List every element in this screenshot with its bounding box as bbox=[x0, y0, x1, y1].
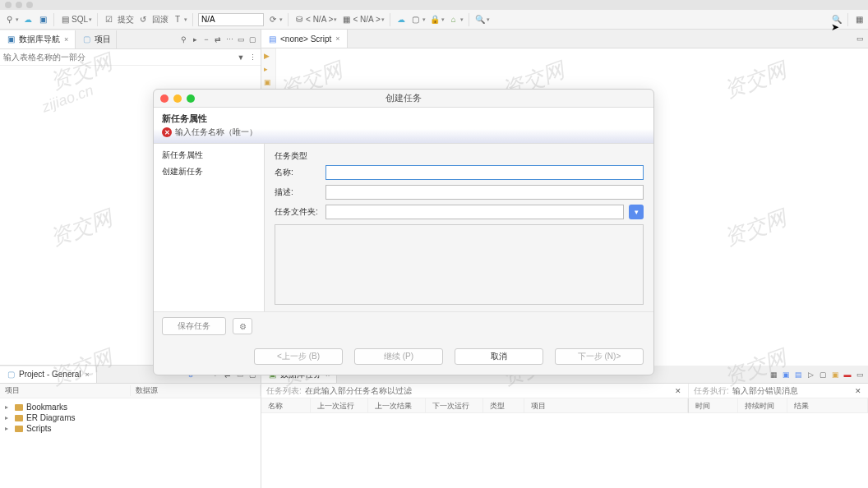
search-dropdown[interactable]: 🔍▾ bbox=[474, 14, 490, 25]
search-icon: 🔍 bbox=[474, 14, 486, 25]
filter-icon[interactable]: ▼ bbox=[236, 53, 246, 62]
separator bbox=[288, 13, 289, 26]
run-cursor-icon[interactable]: ▸ bbox=[264, 65, 274, 75]
details-area[interactable] bbox=[275, 224, 644, 305]
datasource-refresh-dropdown[interactable]: ⟳▾ bbox=[267, 14, 283, 25]
new-task-icon[interactable]: ▣ bbox=[830, 370, 840, 380]
folder-input[interactable] bbox=[326, 205, 624, 219]
refresh-icon[interactable]: ⋯ bbox=[224, 35, 234, 44]
col-time[interactable]: 时间 bbox=[689, 398, 738, 412]
clear-icon[interactable]: ✕ bbox=[853, 386, 863, 396]
view1-icon[interactable]: ▣ bbox=[781, 370, 791, 380]
close-icon[interactable]: × bbox=[62, 35, 70, 44]
col-type[interactable]: 类型 bbox=[483, 398, 524, 412]
dialog-body: 新任务属性 创建新任务 任务类型 名称: 描述: 任务文件夹: ▾ bbox=[154, 144, 653, 311]
display-dropdown[interactable]: ▢▾ bbox=[410, 14, 426, 25]
link-icon[interactable]: ⇄ bbox=[213, 35, 223, 44]
filter-settings-icon[interactable]: ⋮ bbox=[247, 53, 257, 62]
banner-title: 新任务属性 bbox=[162, 113, 645, 125]
home-dropdown[interactable]: ⌂▾ bbox=[448, 14, 464, 25]
tree-item-bookmarks[interactable]: ▸Bookmarks bbox=[5, 402, 256, 412]
col-last-result[interactable]: 上一次结果 bbox=[368, 398, 426, 412]
dialog-banner: 新任务属性 ✕ 输入任务名称（唯一） bbox=[154, 108, 653, 144]
filter-input[interactable] bbox=[3, 53, 236, 62]
cloud-icon[interactable]: ☁ bbox=[22, 14, 34, 25]
col-name[interactable]: 名称 bbox=[261, 398, 311, 412]
name-input[interactable] bbox=[326, 165, 644, 180]
browse-folder-button[interactable]: ▾ bbox=[629, 205, 644, 219]
filter-label: 任务列表: bbox=[266, 385, 302, 397]
dialog-max-dot[interactable] bbox=[187, 94, 195, 103]
mac-close-dot[interactable] bbox=[5, 2, 12, 8]
col-project[interactable]: 项目 bbox=[524, 398, 688, 412]
plug-icon: ⚲ bbox=[3, 14, 15, 25]
col-next-run[interactable]: 下一次运行 bbox=[426, 398, 483, 412]
editor-tab-script[interactable]: ▤ <none> Script × bbox=[261, 30, 348, 48]
datasource-input[interactable] bbox=[198, 13, 264, 26]
sql-dropdown[interactable]: ▤SQL▾ bbox=[59, 14, 92, 25]
catalog-dropdown[interactable]: ▦< N/A >▾ bbox=[340, 14, 384, 25]
view2-icon[interactable]: ▤ bbox=[793, 370, 803, 380]
connect-icon[interactable]: ⚲ bbox=[178, 35, 188, 44]
maximize-icon[interactable]: ▢ bbox=[247, 35, 257, 44]
folder-open-icon[interactable]: ▣ bbox=[37, 14, 48, 25]
task-columns: 名称 上一次运行 上一次结果 下一次运行 类型 项目 bbox=[261, 398, 689, 413]
global-search-icon[interactable]: 🔍 bbox=[831, 14, 843, 25]
task-exec-filter: 任务执行: ✕ bbox=[689, 384, 868, 398]
maximize-editor-icon[interactable]: ▭ bbox=[855, 34, 865, 44]
collapse-icon[interactable]: − bbox=[201, 35, 211, 44]
sidebar-item-create-new-task[interactable]: 创建新任务 bbox=[154, 163, 264, 180]
separator bbox=[97, 13, 98, 26]
tree-item-scripts[interactable]: ▸Scripts bbox=[5, 423, 256, 434]
cancel-button[interactable]: 取消 bbox=[455, 348, 543, 365]
minimize-icon[interactable]: ▭ bbox=[855, 370, 865, 380]
tree-item-er-diagrams[interactable]: ▸ER Diagrams bbox=[5, 412, 256, 423]
close-icon[interactable]: × bbox=[84, 371, 91, 379]
export-icon[interactable]: ▷ bbox=[806, 370, 815, 380]
lock-dropdown[interactable]: 🔒▾ bbox=[429, 14, 445, 25]
back-button[interactable]: <上一步 (B) bbox=[254, 348, 343, 365]
rollback-icon[interactable]: ↺ bbox=[137, 14, 149, 25]
bottom-area: ▢ Project - General × ⚙ − + ⇄ ▭ ▢ 项目 数据源… bbox=[0, 365, 868, 488]
run-icon[interactable]: ▶ bbox=[264, 52, 274, 62]
desc-input[interactable] bbox=[326, 185, 644, 200]
sidebar-item-new-task-props[interactable]: 新任务属性 bbox=[154, 147, 264, 163]
display-icon: ▢ bbox=[410, 14, 422, 25]
col-datasource[interactable]: 数据源 bbox=[131, 385, 261, 396]
dialog-close-dot[interactable] bbox=[160, 94, 169, 103]
new-folder-icon[interactable]: ▸ bbox=[190, 35, 200, 44]
tab-projects[interactable]: ▢ 项目 bbox=[76, 30, 117, 48]
col-project[interactable]: 项目 bbox=[0, 385, 131, 396]
home-icon: ⌂ bbox=[448, 14, 459, 25]
continue-button[interactable]: 继续 (P) bbox=[354, 348, 443, 365]
task-filter-input[interactable] bbox=[305, 386, 673, 395]
exec-filter-input[interactable] bbox=[732, 386, 853, 395]
col-duration[interactable]: 持续时间 bbox=[738, 398, 787, 412]
next-button[interactable]: 下一步 (N)> bbox=[555, 348, 644, 365]
lock-icon: 🔒 bbox=[429, 14, 441, 25]
close-icon[interactable]: × bbox=[334, 35, 341, 43]
bottom-right-panel: ▣ 数据库任务 × ▦ ▣ ▤ ▷ ▢ ▣ ▬ ▭ 任务列表: ✕ 任 bbox=[261, 366, 868, 488]
col-result[interactable]: 结果 bbox=[787, 398, 868, 412]
save-config-button[interactable]: ⚙ bbox=[233, 318, 252, 334]
mac-max-dot[interactable] bbox=[26, 2, 33, 8]
tab-database-navigator[interactable]: ▣ 数据库导航 × bbox=[0, 30, 76, 48]
col-last-run[interactable]: 上一次运行 bbox=[311, 398, 368, 412]
dialog-min-dot[interactable] bbox=[173, 94, 182, 103]
commit-icon[interactable]: ☑ bbox=[103, 14, 114, 25]
folder-icon[interactable]: ▢ bbox=[818, 370, 828, 380]
schema-dropdown[interactable]: ⛁< N/A >▾ bbox=[293, 14, 337, 25]
rollback-label: 回滚 bbox=[152, 14, 169, 25]
explain-icon[interactable]: ▣ bbox=[264, 78, 274, 88]
mac-min-dot[interactable] bbox=[16, 2, 22, 8]
cloud-sync-icon[interactable]: ☁ bbox=[395, 14, 407, 25]
save-task-button[interactable]: 保存任务 bbox=[162, 317, 226, 335]
delete-icon[interactable]: ▬ bbox=[843, 370, 852, 380]
new-connection-dropdown[interactable]: ⚲▾ bbox=[3, 14, 19, 25]
grid-icon[interactable]: ▦ bbox=[769, 370, 778, 380]
minimize-icon[interactable]: ▭ bbox=[236, 35, 246, 44]
tab-project-general[interactable]: ▢ Project - General × bbox=[0, 366, 97, 383]
grid-toggle-icon[interactable]: ▦ bbox=[853, 14, 865, 25]
tx-mode-dropdown[interactable]: T▾ bbox=[172, 14, 187, 25]
clear-icon[interactable]: ✕ bbox=[673, 386, 683, 396]
